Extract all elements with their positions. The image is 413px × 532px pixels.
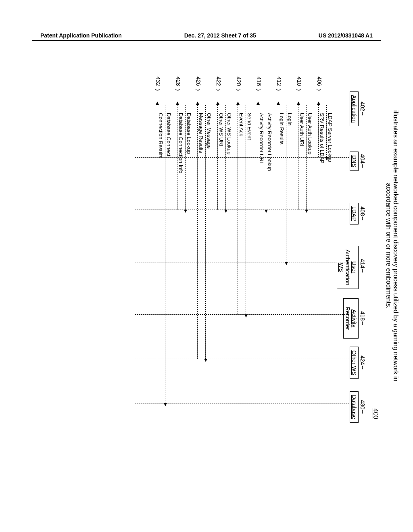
lifeline-line xyxy=(135,359,349,359)
arrow-return-422 xyxy=(217,105,218,210)
sequence-diagram: illustrates an example networked compone… xyxy=(20,85,383,407)
step-ref-412: 412 xyxy=(276,77,282,86)
step-ref-426: 426 xyxy=(195,77,202,86)
step-ref-432: 432 xyxy=(155,77,161,86)
step-ref-410: 410 xyxy=(296,77,302,86)
arrow-return-label: Login Results xyxy=(279,113,285,145)
lifeline-line xyxy=(135,105,349,105)
lifeline-line xyxy=(135,210,349,210)
arrow-label: Login xyxy=(287,113,293,126)
header-right: US 2012/0331048 A1 xyxy=(319,32,373,39)
arrow-return-label: Connection Results xyxy=(158,113,164,158)
arrow-416 xyxy=(266,105,266,210)
lifeline-activity-recorder: 418⌢Activity Recorder xyxy=(343,298,367,339)
divider xyxy=(32,40,381,41)
lifeline-user-authentication-ws: 414⌢User Authentication WS xyxy=(337,246,367,286)
header-center: Dec. 27, 2012 Sheet 7 of 35 xyxy=(184,32,256,39)
lifeline-line xyxy=(135,157,349,158)
arrow-return-428 xyxy=(177,105,177,210)
lifeline-line xyxy=(135,314,349,315)
lifeline-dns: 404⌢DNS xyxy=(350,141,367,181)
arrow-return-label: Other WS URI xyxy=(218,113,224,146)
arrow-label: Send Event xyxy=(246,113,252,140)
arrow-410 xyxy=(306,105,307,210)
arrow-return-label: Database Connection Info xyxy=(178,113,184,173)
lifeline-other-ws: 424⌢Other WS xyxy=(350,343,367,383)
lifeline-database: 430⌢Database xyxy=(350,387,367,427)
main-ref: 400 xyxy=(372,408,379,419)
step-ref-406: 406 xyxy=(316,77,323,86)
arrow-return-410 xyxy=(298,105,298,210)
step-ref-420: 420 xyxy=(236,77,242,86)
arrow-return-420 xyxy=(238,105,238,314)
arrow-428 xyxy=(185,105,186,210)
header-left: Patent Application Publication xyxy=(40,32,122,39)
step-ref-422: 422 xyxy=(215,77,222,86)
arrow-422 xyxy=(225,105,226,210)
arrow-return-432 xyxy=(157,105,157,403)
lifeline-application: 402⌢Application xyxy=(350,89,367,129)
arrow-return-416 xyxy=(258,105,258,210)
caption-line1: illustrates an example networked compone… xyxy=(392,85,399,407)
arrow-return-label: Activity Recorder URI xyxy=(259,113,265,163)
arrow-label: User Auth Lookup xyxy=(307,113,313,154)
arrow-return-label: Event Ack xyxy=(238,113,244,136)
arrow-label: Activity Recorder Lookup xyxy=(267,113,273,171)
arrow-label: Database Connect xyxy=(166,113,172,156)
arrow-420 xyxy=(246,105,246,314)
arrow-return-label: SRV Results of LDAP xyxy=(319,113,325,163)
step-ref-428: 428 xyxy=(175,77,181,86)
arrow-432 xyxy=(165,105,165,403)
arrow-label: Other WS Lookup xyxy=(226,113,232,154)
caption-line2: accordance with one or more embodiments. xyxy=(385,85,392,407)
step-ref-416: 416 xyxy=(256,77,262,86)
arrow-return-426 xyxy=(197,105,198,359)
arrow-label: Database Lookup xyxy=(186,113,192,154)
caption: illustrates an example networked compone… xyxy=(385,85,399,407)
arrow-406 xyxy=(326,105,327,157)
arrow-label: Other Message xyxy=(206,113,212,149)
arrow-return-406 xyxy=(318,105,319,157)
lifeline-line xyxy=(135,262,349,262)
arrow-return-412 xyxy=(278,105,278,262)
arrow-label: LDAP Server Lookup xyxy=(327,113,333,162)
header: Patent Application Publication Dec. 27, … xyxy=(0,32,413,39)
lifeline-line xyxy=(135,403,349,403)
arrow-426 xyxy=(205,105,206,359)
arrow-412 xyxy=(286,105,286,262)
arrow-return-label: User Auth URI xyxy=(299,113,305,146)
arrow-return-label: Message Results xyxy=(198,113,204,153)
lifeline-ldap: 408⌢LDAP xyxy=(350,193,367,234)
